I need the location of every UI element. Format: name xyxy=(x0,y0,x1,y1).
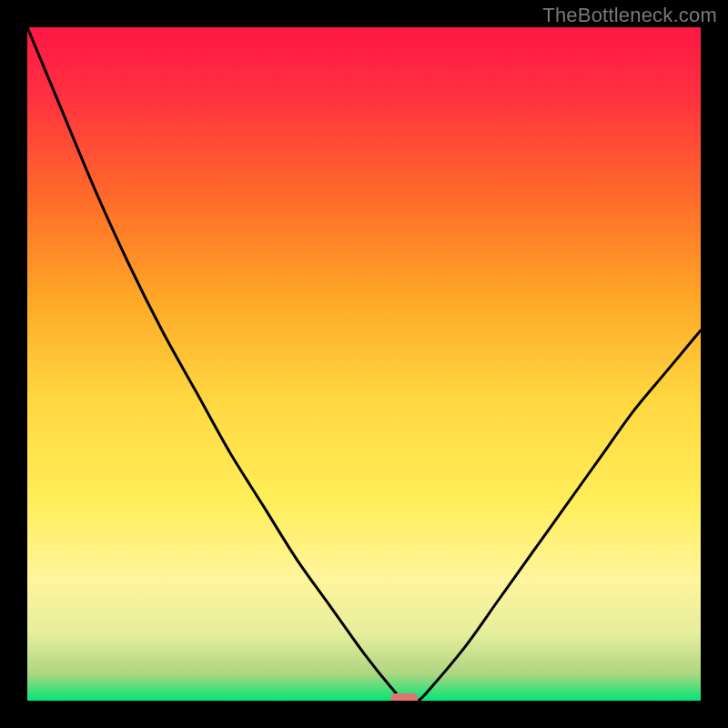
bottleneck-chart xyxy=(27,27,701,701)
optimal-marker xyxy=(391,693,419,701)
attribution-label: TheBottleneck.com xyxy=(542,4,717,27)
chart-background xyxy=(27,27,701,701)
chart-frame: TheBottleneck.com xyxy=(0,0,728,728)
